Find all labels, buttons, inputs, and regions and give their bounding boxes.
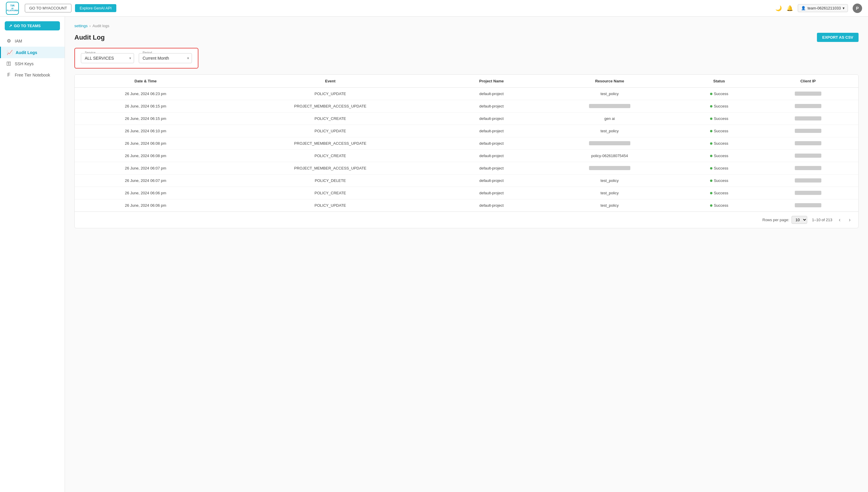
cell-project: default-project [444, 100, 539, 113]
cell-event: POLICY_UPDATE [216, 88, 444, 100]
status-label: Success [714, 104, 729, 108]
col-clientip: Client IP [758, 75, 858, 88]
sidebar-item-iam[interactable]: ⚙ IAM [0, 35, 65, 47]
pagination-next-button[interactable]: › [847, 216, 852, 224]
breadcrumb: settings › Audit logs [74, 24, 859, 28]
sidebar-item-free-tier[interactable]: F Free Tier Notebook [0, 69, 65, 81]
table-row: 26 June, 2024 06:15 pmPROJECT_MEMBER_ACC… [75, 100, 858, 113]
goto-teams-button[interactable]: ↗ GO TO TEAMS [5, 21, 60, 30]
sidebar-item-audit-logs[interactable]: 📈 Audit Logs [0, 47, 65, 58]
breadcrumb-settings[interactable]: settings [74, 24, 88, 28]
period-select-wrapper: Current Month Last 7 Days Last 30 Days C… [139, 53, 192, 63]
cell-event: POLICY_UPDATE [216, 199, 444, 212]
audit-log-table: Date & Time Event Project Name Resource … [75, 75, 858, 212]
notifications-bell[interactable]: 🔔 [787, 5, 793, 11]
team-dropdown-icon: ▾ [843, 6, 845, 10]
main-content: settings › Audit logs Audit Log EXPORT A… [65, 17, 868, 492]
cell-event: PROJECT_MEMBER_ACCESS_UPDATE [216, 162, 444, 175]
sidebar-nav: ⚙ IAM 📈 Audit Logs ⚿ SSH Keys F Free Tie… [0, 35, 65, 81]
status-label: Success [714, 166, 729, 170]
status-dot [710, 93, 712, 95]
cell-resource: gen ai [539, 113, 680, 125]
rows-per-page-label: Rows per page: [762, 218, 789, 222]
main-layout: ↗ GO TO TEAMS ⚙ IAM 📈 Audit Logs ⚿ SSH K… [0, 17, 868, 492]
status-dot [710, 142, 712, 145]
team-selector[interactable]: 👤 team-06261211033 ▾ [798, 4, 848, 12]
cell-status: Success [681, 113, 758, 125]
col-status: Status [681, 75, 758, 88]
rows-per-page-select[interactable]: 10 25 50 [792, 216, 807, 224]
table-row: 26 June, 2024 06:08 pmPROJECT_MEMBER_ACC… [75, 137, 858, 150]
cell-resource: policy-062618075454 [539, 150, 680, 162]
cell-client-ip: HIDDEN [758, 162, 858, 175]
cell-client-ip: HIDDEN [758, 125, 858, 137]
pagination-prev-button[interactable]: ‹ [837, 216, 842, 224]
cell-datetime: 26 June, 2024 06:07 pm [75, 175, 216, 187]
go-to-myaccount-button[interactable]: GO TO MYACCOUNT [25, 4, 72, 13]
cell-project: default-project [444, 162, 539, 175]
topnav-right: 🌙 🔔 👤 team-06261211033 ▾ P [775, 3, 862, 13]
table-row: 26 June, 2024 06:07 pmPOLICY_DELETEdefau… [75, 175, 858, 187]
cell-project: default-project [444, 125, 539, 137]
status-dot [710, 192, 712, 194]
logo-box: TIR AI PLATFORM [6, 2, 19, 15]
cell-status: Success [681, 187, 758, 199]
sidebar-item-label: Audit Logs [16, 50, 37, 55]
table-header-row: Date & Time Event Project Name Resource … [75, 75, 858, 88]
cell-datetime: 26 June, 2024 06:23 pm [75, 88, 216, 100]
sidebar-item-label: SSH Keys [15, 62, 34, 66]
logo-subtext: AI PLATFORM [6, 7, 18, 12]
team-icon: 👤 [801, 6, 806, 10]
cell-client-ip: HIDDEN [758, 187, 858, 199]
table-row: 26 June, 2024 06:06 pmPOLICY_CREATEdefau… [75, 187, 858, 199]
cell-status: Success [681, 125, 758, 137]
status-label: Success [714, 178, 729, 183]
user-avatar[interactable]: P [853, 3, 862, 13]
explore-genai-button[interactable]: Explore GenAI API [75, 4, 116, 12]
status-label: Success [714, 129, 729, 133]
cell-resource: HIDDEN [539, 100, 680, 113]
cell-resource: HIDDEN [539, 137, 680, 150]
col-project: Project Name [444, 75, 539, 88]
ssh-keys-icon: ⚿ [6, 61, 12, 67]
table-header: Date & Time Event Project Name Resource … [75, 75, 858, 88]
goto-teams-label: GO TO TEAMS [14, 24, 41, 28]
pagination-info: 1–10 of 213 [812, 218, 832, 222]
cell-resource: test_policy [539, 125, 680, 137]
sidebar-item-ssh-keys[interactable]: ⚿ SSH Keys [0, 58, 65, 69]
cell-datetime: 26 June, 2024 06:06 pm [75, 187, 216, 199]
cell-client-ip: HIDDEN [758, 199, 858, 212]
free-tier-icon: F [6, 72, 12, 78]
cell-client-ip: HIDDEN [758, 113, 858, 125]
cell-status: Success [681, 137, 758, 150]
cell-status: Success [681, 150, 758, 162]
audit-log-table-container: Date & Time Event Project Name Resource … [74, 74, 859, 228]
status-label: Success [714, 92, 729, 96]
cell-datetime: 26 June, 2024 06:15 pm [75, 113, 216, 125]
status-dot [710, 105, 712, 107]
cell-datetime: 26 June, 2024 06:06 pm [75, 199, 216, 212]
cell-resource: test_policy [539, 175, 680, 187]
cell-datetime: 26 June, 2024 06:10 pm [75, 125, 216, 137]
cell-project: default-project [444, 187, 539, 199]
filters-box: Service ALL SERVICES IAM SSH Keys Notebo… [74, 48, 198, 69]
iam-icon: ⚙ [6, 38, 12, 44]
export-csv-button[interactable]: EXPORT AS CSV [817, 33, 859, 42]
cell-project: default-project [444, 113, 539, 125]
cell-datetime: 26 June, 2024 06:08 pm [75, 150, 216, 162]
service-select[interactable]: ALL SERVICES IAM SSH Keys Notebooks [81, 53, 134, 63]
cell-status: Success [681, 100, 758, 113]
cell-project: default-project [444, 150, 539, 162]
cell-resource: test_policy [539, 187, 680, 199]
cell-event: POLICY_CREATE [216, 113, 444, 125]
period-select[interactable]: Current Month Last 7 Days Last 30 Days C… [139, 53, 192, 63]
cell-resource: HIDDEN [539, 162, 680, 175]
cell-datetime: 26 June, 2024 06:15 pm [75, 100, 216, 113]
cell-datetime: 26 June, 2024 06:08 pm [75, 137, 216, 150]
service-select-wrapper: ALL SERVICES IAM SSH Keys Notebooks ▾ [81, 53, 134, 63]
status-dot [710, 130, 712, 132]
status-label: Success [714, 191, 729, 195]
dark-mode-toggle[interactable]: 🌙 [775, 5, 782, 11]
cell-status: Success [681, 162, 758, 175]
cell-project: default-project [444, 137, 539, 150]
